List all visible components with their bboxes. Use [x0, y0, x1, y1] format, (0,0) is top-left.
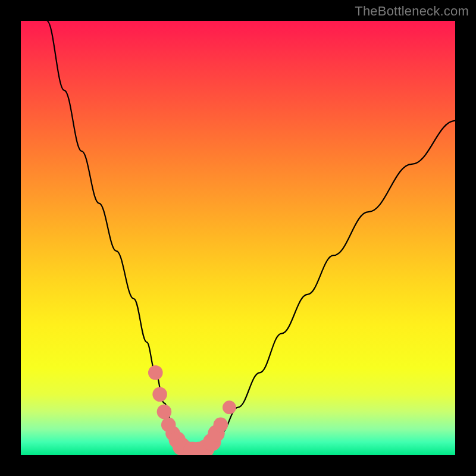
- watermark-text: TheBottleneck.com: [355, 4, 469, 19]
- highlight-dot: [223, 400, 236, 414]
- highlight-dots-group: [148, 365, 236, 455]
- bottleneck-curve-path: [47, 21, 455, 451]
- highlight-dot: [148, 365, 163, 380]
- chart-frame: TheBottleneck.com: [0, 0, 476, 476]
- chart-svg: [21, 21, 455, 455]
- highlight-dot: [152, 387, 167, 402]
- highlight-dot: [157, 405, 172, 419]
- highlight-dot: [214, 418, 228, 433]
